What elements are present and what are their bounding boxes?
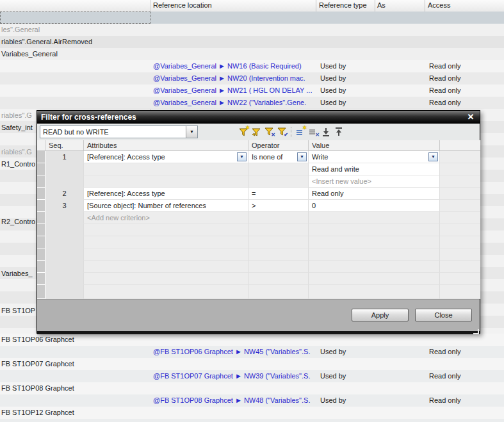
chevron-down-icon[interactable]: ▼: [428, 152, 438, 161]
reference-location-link[interactable]: @FB ST1OP07 Graphcet ► NW39 ("Variables"…: [153, 370, 310, 382]
table-row[interactable]: @Variabes_General ► NW16 (Basic Required…: [0, 60, 504, 72]
reference-location-link[interactable]: @Variabes_General ► NW21 ( HGL ON DELAY …: [153, 85, 312, 97]
operator-cell[interactable]: Is none of ▼: [248, 151, 309, 163]
reference-location-link[interactable]: @Variabes_General ► NW20 (Intervention m…: [153, 72, 305, 85]
seq-cell: [45, 273, 84, 285]
tree-row-fragment[interactable]: Variabes_: [1, 268, 33, 280]
move-down-button[interactable]: [320, 126, 332, 138]
attribute-cell[interactable]: [Source object]: Number of references: [84, 200, 248, 212]
delete-filter-button[interactable]: ✕: [263, 126, 275, 138]
attribute-cell[interactable]: <Add new criterion>: [84, 212, 248, 224]
value-cell[interactable]: Read only: [309, 188, 440, 200]
table-row[interactable]: @FB ST1OP12 Graphcet ► NW25 ("Variables"…: [0, 419, 504, 422]
tree-item-label: FB ST1OP12 Graphcet: [1, 407, 74, 419]
attribute-cell[interactable]: [Reference]: Access type ▼: [84, 151, 248, 163]
grid-header-operator: Operator: [248, 140, 309, 151]
attribute-cell[interactable]: [Reference]: Access type: [84, 188, 248, 200]
arrow-down-to-bar-icon: [321, 127, 331, 137]
value-cell[interactable]: <Insert new value>: [309, 175, 440, 188]
reference-location-link[interactable]: @FB ST1OP08 Graphcet ► NW48 ("Variables"…: [153, 394, 310, 407]
save-filter-button[interactable]: [250, 126, 263, 138]
empty-cell: [309, 285, 440, 299]
column-header-access[interactable]: Access: [428, 1, 450, 9]
table-row[interactable]: @FB ST1OP07 Graphcet ► NW39 ("Variables"…: [0, 370, 504, 382]
chevron-down-icon[interactable]: ▼: [186, 126, 197, 138]
delete-badge-icon: ✕: [271, 133, 275, 138]
insert-new-value-placeholder[interactable]: <Insert new value>: [312, 177, 371, 185]
row-header[interactable]: [37, 163, 45, 175]
value-cell[interactable]: Write ▼: [309, 151, 440, 163]
check-filter-button[interactable]: ✔: [276, 126, 288, 138]
attribute-cell: [84, 175, 248, 188]
grid-header-value: Value: [309, 140, 440, 151]
reference-location-link[interactable]: @FB ST1OP12 Graphcet ► NW25 ("Variables"…: [153, 419, 310, 422]
arrow-up-to-bar-icon: [334, 127, 344, 137]
selected-table-row[interactable]: [0, 12, 504, 24]
tree-row[interactable]: FB ST1OP12 Graphcet: [0, 407, 504, 419]
row-header: [37, 224, 45, 236]
tree-row[interactable]: riables".General.AirRemoved: [0, 36, 504, 48]
table-row[interactable]: @FB ST1OP08 Graphcet ► NW48 ("Variables"…: [0, 394, 504, 407]
row-header[interactable]: [37, 200, 45, 212]
move-up-button[interactable]: [333, 126, 345, 138]
tree-row[interactable]: FB ST1OP07 Graphcet: [0, 358, 504, 370]
reference-location-link[interactable]: @Variabes_General ► NW16 (Basic Required…: [153, 60, 302, 72]
column-header-reference-location[interactable]: Reference location: [153, 1, 212, 9]
apply-button[interactable]: Apply: [352, 309, 409, 321]
empty-cell: [309, 236, 440, 248]
check-badge-icon: ✔: [284, 133, 288, 138]
empty-cell: [309, 273, 440, 285]
value-cell[interactable]: 0: [309, 200, 440, 212]
value-text: Read and write: [312, 165, 359, 173]
tree-row[interactable]: FB ST1OP08 Graphcet: [0, 382, 504, 394]
column-header-reference-type[interactable]: Reference type: [319, 1, 367, 9]
tree-row-fragment[interactable]: R1_Contro: [1, 158, 35, 170]
focus-rectangle: [0, 12, 150, 24]
dialog-resize-frame[interactable]: [37, 331, 480, 334]
tree-item-label: Safety_int: [1, 124, 33, 131]
dialog-titlebar[interactable]: Filter for cross-references ✕: [37, 111, 480, 124]
filter-select[interactable]: READ but no WRITE ▼: [40, 126, 198, 138]
create-filter-button[interactable]: ✶: [238, 126, 250, 138]
tree-item-label: riables".G: [1, 148, 32, 156]
tree-row-fragment[interactable]: riables".G: [1, 146, 32, 158]
extra-cell: [440, 188, 480, 200]
reference-location-link[interactable]: @FB ST1OP06 Graphcet ► NW45 ("Variables"…: [153, 346, 310, 358]
access-value: Read only: [429, 72, 461, 85]
row-header[interactable]: [37, 212, 45, 224]
table-row[interactable]: @Variabes_General ► NW20 (Intervention m…: [0, 72, 504, 85]
tree-item-label: FB ST1OP06 Graphcet: [1, 334, 74, 346]
insert-row-button[interactable]: ✶: [295, 126, 307, 138]
operator-cell[interactable]: >: [248, 200, 309, 212]
chevron-down-icon[interactable]: ▼: [297, 152, 307, 161]
operator-cell[interactable]: =: [248, 188, 309, 200]
tree-row[interactable]: les".General: [0, 24, 504, 36]
reference-location-link[interactable]: @Variabes_General ► NW22 ("Variables".Ge…: [153, 97, 306, 109]
tree-row-fragment[interactable]: Safety_int: [1, 122, 33, 134]
empty-cell: [248, 285, 309, 299]
table-row[interactable]: @FB ST1OP06 Graphcet ► NW45 ("Variables"…: [0, 346, 504, 358]
row-header[interactable]: [37, 175, 45, 188]
close-icon[interactable]: ✕: [466, 111, 476, 124]
reference-type-value: Used by: [320, 60, 346, 72]
tree-row[interactable]: FB ST1OP06 Graphcet: [0, 334, 504, 346]
tree-row-fragment[interactable]: FB ST1OP: [1, 305, 35, 317]
chevron-down-icon[interactable]: ▼: [237, 152, 247, 161]
tree-row[interactable]: Variabes_General: [0, 48, 504, 60]
table-row[interactable]: @Variabes_General ► NW22 ("Variables".Ge…: [0, 97, 504, 109]
tree-row-fragment[interactable]: R2_Contro: [1, 216, 35, 228]
add-new-criterion-placeholder[interactable]: <Add new criterion>: [87, 214, 150, 222]
table-row[interactable]: @Variabes_General ► NW21 ( HGL ON DELAY …: [0, 85, 504, 97]
row-header[interactable]: [37, 188, 45, 200]
dialog-footer: Apply Close: [37, 299, 480, 332]
close-button[interactable]: Close: [415, 309, 472, 321]
operator-cell: [248, 212, 309, 224]
resize-grip[interactable]: [473, 329, 479, 334]
access-value: Read only: [429, 394, 461, 407]
extra-cell: [440, 212, 480, 224]
value-cell[interactable]: Read and write: [309, 163, 440, 175]
delete-row-button[interactable]: ✕: [307, 126, 320, 138]
tree-row-fragment[interactable]: riables".G: [1, 110, 32, 122]
column-header-as[interactable]: As: [377, 1, 386, 9]
row-header[interactable]: [37, 151, 45, 163]
